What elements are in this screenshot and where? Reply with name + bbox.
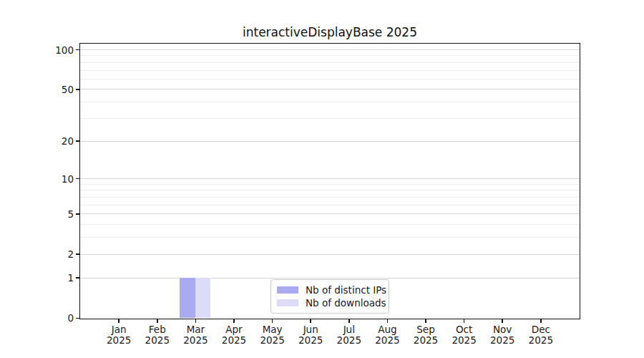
- y-tick-mark: [76, 178, 79, 180]
- gridline-major: [80, 89, 580, 90]
- gridline-minor: [80, 205, 580, 205]
- x-tick-mark: [118, 319, 119, 323]
- y-tick-label: 20: [0, 135, 74, 147]
- gridline-major: [80, 213, 580, 214]
- y-tick-label: 1: [0, 272, 74, 284]
- gridline-major: [80, 178, 580, 179]
- y-tick-mark: [76, 253, 79, 255]
- gridline-major: [80, 254, 580, 255]
- x-tick-mark: [464, 319, 465, 323]
- gridline-major: [80, 49, 580, 50]
- y-tick-mark: [76, 140, 79, 142]
- gridline-minor: [80, 237, 580, 238]
- plot-area: [79, 43, 580, 319]
- legend-swatch-distinct-ips: [277, 286, 298, 294]
- x-tick-mark: [157, 319, 158, 323]
- y-tick-mark: [76, 277, 79, 279]
- x-tick-mark: [502, 319, 503, 323]
- legend: Nb of distinct IPs Nb of downloads: [270, 279, 389, 314]
- y-tick-mark: [76, 89, 79, 90]
- gridline-minor: [80, 79, 580, 79]
- x-tick-mark: [425, 319, 426, 323]
- x-tick-mark: [195, 319, 197, 323]
- bar-downloads: [195, 278, 211, 318]
- chart-title: interactiveDisplayBase 2025: [79, 25, 580, 39]
- gridline-major: [80, 278, 580, 279]
- legend-swatch-downloads: [277, 299, 298, 306]
- gridline-minor: [80, 102, 580, 102]
- gridline-minor: [80, 55, 580, 56]
- legend-item-distinct-ips: Nb of distinct IPs: [277, 284, 381, 296]
- x-tick-mark: [348, 319, 350, 323]
- x-tick-mark: [387, 319, 389, 323]
- y-tick-mark: [76, 49, 79, 51]
- y-tick-label: 10: [0, 173, 74, 185]
- bar-distinct-ips: [180, 278, 195, 318]
- download-stats-chart: interactiveDisplayBase 2025 012510205010…: [0, 0, 644, 358]
- y-tick-label: 0: [0, 312, 74, 324]
- y-tick-label: 100: [0, 44, 74, 56]
- x-tick-mark: [272, 319, 273, 323]
- y-tick-label: 2: [0, 248, 74, 260]
- x-tick-mark: [540, 319, 542, 323]
- x-tick-mark: [233, 319, 235, 323]
- legend-item-downloads: Nb of downloads: [277, 296, 381, 309]
- y-tick-mark: [76, 318, 79, 319]
- y-tick-label: 50: [0, 84, 74, 95]
- gridline-minor: [80, 118, 580, 119]
- gridline-minor: [80, 70, 580, 71]
- y-tick-mark: [76, 213, 79, 215]
- y-tick-label: 5: [0, 208, 74, 220]
- gridline-minor: [80, 197, 580, 198]
- gridline-major: [80, 141, 580, 142]
- legend-label-distinct-ips: Nb of distinct IPs: [306, 284, 386, 296]
- x-tick-label: Dec 2025: [518, 324, 564, 346]
- x-tick-mark: [310, 319, 311, 323]
- legend-label-downloads: Nb of downloads: [306, 297, 386, 309]
- gridline-minor: [80, 184, 580, 185]
- gridline-minor: [80, 62, 580, 63]
- gridline-minor: [80, 224, 580, 225]
- plot-inner: [80, 44, 580, 319]
- gridline-minor: [80, 190, 580, 190]
